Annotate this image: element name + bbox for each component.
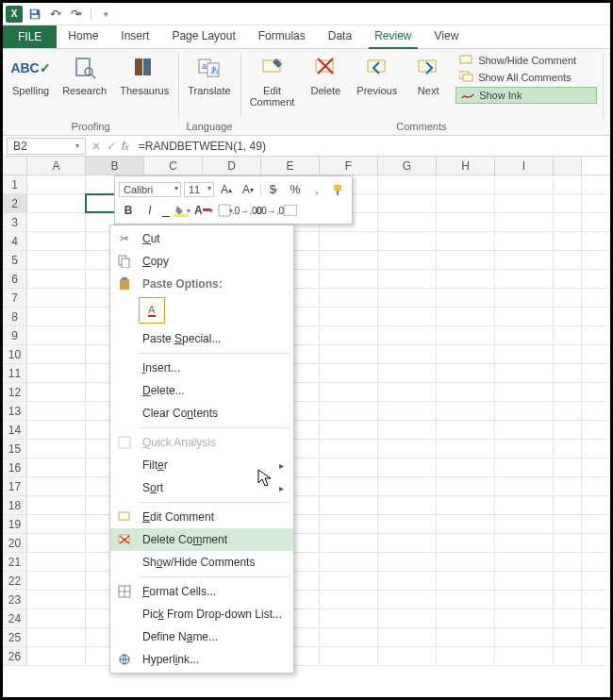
- cell-I24[interactable]: [495, 609, 554, 627]
- rowheader-12[interactable]: 12: [3, 383, 27, 401]
- accounting-format-icon[interactable]: $▾: [264, 180, 283, 199]
- cell-I10[interactable]: [495, 345, 554, 363]
- cell-A17[interactable]: [27, 477, 86, 495]
- format-painter-icon[interactable]: [329, 180, 348, 199]
- ctx-filter[interactable]: Filter▸: [110, 454, 293, 476]
- cell-H5[interactable]: [437, 251, 495, 269]
- rowheader-24[interactable]: 24: [3, 609, 27, 627]
- cell-A6[interactable]: [27, 270, 86, 288]
- cell-I12[interactable]: [495, 383, 554, 401]
- ctx-delete-comment[interactable]: Delete Comment: [110, 528, 293, 551]
- cell-I26[interactable]: [495, 647, 554, 665]
- cell-H17[interactable]: [437, 477, 495, 495]
- cell-H9[interactable]: [437, 326, 495, 344]
- cell-G5[interactable]: [378, 251, 437, 269]
- ctx-insert[interactable]: Insert...: [110, 357, 293, 379]
- cell-F24[interactable]: [320, 609, 378, 627]
- cell-I7[interactable]: [495, 289, 554, 307]
- cell-G25[interactable]: [378, 628, 437, 646]
- cell-G11[interactable]: [378, 364, 437, 382]
- previous-comment-button[interactable]: Previous: [353, 51, 401, 109]
- cell-G2[interactable]: [378, 194, 437, 212]
- cell-I4[interactable]: [495, 232, 554, 250]
- paste-keep-source-icon[interactable]: A: [139, 297, 165, 324]
- cell-H12[interactable]: [437, 383, 495, 401]
- cell-H24[interactable]: [437, 609, 495, 627]
- rowheader-14[interactable]: 14: [3, 421, 27, 439]
- cell-A13[interactable]: [27, 402, 86, 420]
- cell-I14[interactable]: [495, 421, 554, 439]
- cell-A26[interactable]: [27, 647, 86, 665]
- rowheader-19[interactable]: 19: [3, 515, 27, 533]
- cell-I18[interactable]: [495, 496, 554, 514]
- show-hide-comment-button[interactable]: Show/Hide Comment: [456, 53, 597, 68]
- cell-G14[interactable]: [378, 421, 437, 439]
- cell-A15[interactable]: [27, 440, 86, 458]
- cell-A23[interactable]: [27, 591, 86, 608]
- name-box[interactable]: B2▾: [7, 138, 86, 155]
- col-C[interactable]: C: [144, 157, 203, 175]
- cell-G15[interactable]: [378, 440, 437, 458]
- cell-G21[interactable]: [378, 553, 437, 571]
- cell-F10[interactable]: [320, 345, 378, 363]
- cell-F9[interactable]: [320, 326, 378, 344]
- ctx-edit-comment[interactable]: Edit Comment: [110, 506, 293, 528]
- cell-G12[interactable]: [378, 383, 437, 401]
- fx-icon[interactable]: fx: [122, 140, 129, 153]
- italic-icon[interactable]: I: [141, 201, 159, 220]
- cell-H11[interactable]: [437, 364, 495, 382]
- font-color-icon[interactable]: A▾: [194, 201, 213, 220]
- cell-H22[interactable]: [437, 572, 495, 590]
- cell-F4[interactable]: [320, 232, 378, 250]
- cell-F22[interactable]: [320, 572, 378, 590]
- cell-I9[interactable]: [495, 326, 554, 344]
- ctx-delete[interactable]: Delete...: [110, 379, 293, 402]
- cell-G8[interactable]: [378, 308, 437, 325]
- col-F[interactable]: F: [320, 157, 378, 175]
- protect-sheet-button[interactable]: Protect Sheet: [608, 51, 613, 109]
- rowheader-3[interactable]: 3: [3, 213, 27, 231]
- tab-file[interactable]: FILE: [3, 25, 57, 48]
- bold-icon[interactable]: B: [119, 201, 138, 220]
- thesaurus-button[interactable]: Thesaurus: [116, 51, 173, 98]
- rowheader-18[interactable]: 18: [3, 496, 27, 514]
- col-B[interactable]: B: [86, 157, 144, 175]
- cell-F14[interactable]: [320, 421, 378, 439]
- tab-insert[interactable]: Insert: [109, 25, 160, 48]
- ctx-hyperlink[interactable]: Hyperlink...: [110, 648, 293, 671]
- cell-I17[interactable]: [495, 477, 554, 495]
- cell-G20[interactable]: [378, 534, 437, 552]
- rowheader-7[interactable]: 7: [3, 289, 27, 307]
- cell-G7[interactable]: [378, 289, 437, 307]
- formula-input[interactable]: =RANDBETWEEN(1, 49): [135, 140, 270, 153]
- rowheader-22[interactable]: 22: [3, 572, 27, 590]
- cell-A5[interactable]: [27, 251, 86, 269]
- cell-I25[interactable]: [495, 628, 554, 646]
- cell-A24[interactable]: [27, 609, 86, 627]
- decrease-decimal-icon[interactable]: .00→.0: [259, 201, 278, 220]
- cell-I16[interactable]: [495, 458, 554, 476]
- ctx-copy[interactable]: Copy: [110, 250, 293, 273]
- cell-F6[interactable]: [320, 270, 378, 288]
- cell-F8[interactable]: [320, 308, 378, 325]
- rowheader-6[interactable]: 6: [3, 270, 27, 288]
- cell-I21[interactable]: [495, 553, 554, 571]
- cell-I19[interactable]: [495, 515, 554, 533]
- show-ink-button[interactable]: Show Ink: [456, 87, 597, 104]
- tab-formulas[interactable]: Formulas: [247, 25, 317, 48]
- cell-I8[interactable]: [495, 308, 554, 325]
- cell-F19[interactable]: [320, 515, 378, 533]
- undo-icon[interactable]: ↶▾: [47, 6, 64, 23]
- cell-A7[interactable]: [27, 289, 86, 307]
- enter-icon[interactable]: ✓: [107, 140, 116, 153]
- col-G[interactable]: G: [378, 157, 437, 175]
- next-comment-button[interactable]: Next: [406, 51, 450, 109]
- rowheader-11[interactable]: 11: [3, 364, 27, 382]
- cell-H3[interactable]: [437, 213, 495, 231]
- cell-G16[interactable]: [378, 458, 437, 476]
- cell-A14[interactable]: [27, 421, 86, 439]
- cell-H16[interactable]: [437, 458, 495, 476]
- cell-G3[interactable]: [378, 213, 437, 231]
- cell-F12[interactable]: [320, 383, 378, 401]
- cell-F17[interactable]: [320, 477, 378, 495]
